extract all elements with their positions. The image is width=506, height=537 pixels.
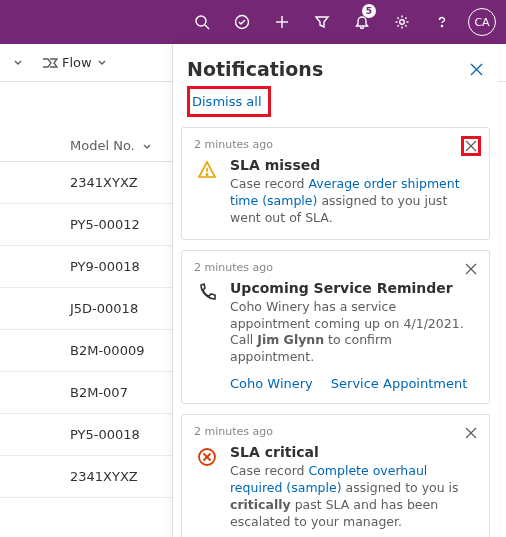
svg-point-0	[196, 16, 206, 26]
notification-card-service-reminder: 2 minutes ago Upcoming Service Reminder …	[181, 250, 490, 405]
cell-model-no: B2M-007	[70, 385, 128, 400]
notification-title: Upcoming Service Reminder	[230, 280, 477, 296]
svg-line-1	[205, 25, 209, 29]
error-icon	[194, 444, 220, 531]
dismiss-notification-button[interactable]	[461, 136, 481, 156]
action-link-coho-winery[interactable]: Coho Winery	[230, 376, 313, 391]
table-row[interactable]: B2M-007	[0, 372, 172, 414]
table-row[interactable]: 2341XYXZ	[0, 162, 172, 204]
help-icon	[434, 14, 450, 30]
phone-icon	[194, 280, 220, 392]
svg-point-6	[441, 25, 442, 26]
close-icon	[465, 140, 477, 152]
flow-button[interactable]: Flow	[38, 51, 112, 74]
svg-point-5	[400, 20, 405, 25]
table-row[interactable]: J5D-00018	[0, 288, 172, 330]
warning-icon	[194, 157, 220, 227]
chevron-down-icon	[96, 57, 108, 69]
action-link-service-appointment[interactable]: Service Appointment	[331, 376, 467, 391]
table-row[interactable]: PY5-00018	[0, 414, 172, 456]
dismiss-all-button[interactable]: Dismiss all	[187, 86, 271, 117]
close-icon	[469, 62, 484, 77]
chevron-down-icon	[141, 141, 153, 153]
cell-model-no: 2341XYXZ	[70, 469, 138, 484]
add-button[interactable]	[262, 0, 302, 44]
dismiss-notification-button[interactable]	[461, 259, 481, 279]
app-header: 5 CA	[0, 0, 506, 44]
cell-model-no: PY5-00018	[70, 427, 140, 442]
cell-model-no: PY5-00012	[70, 217, 140, 232]
close-icon	[465, 427, 477, 439]
notifications-badge: 5	[362, 4, 376, 18]
cell-model-no: 2341XYXZ	[70, 175, 138, 190]
cell-model-no: B2M-00009	[70, 343, 144, 358]
notifications-button[interactable]: 5	[342, 0, 382, 44]
dismiss-notification-button[interactable]	[461, 423, 481, 443]
notification-message: Coho Winery has a service appointment co…	[230, 299, 477, 367]
notification-list: 2 minutes ago SLA missed Case record Ave…	[173, 127, 498, 537]
notification-title: SLA missed	[230, 157, 477, 173]
notification-timestamp: 2 minutes ago	[194, 138, 477, 151]
svg-point-12	[206, 174, 207, 175]
chevron-down-icon	[12, 57, 24, 69]
funnel-icon	[314, 14, 330, 30]
notification-message: Case record Complete overhaul required (…	[230, 463, 477, 531]
panel-header: Notifications	[173, 44, 498, 86]
flow-label: Flow	[62, 55, 92, 70]
cell-model-no: J5D-00018	[70, 301, 138, 316]
flow-icon	[42, 56, 58, 70]
task-icon	[234, 14, 250, 30]
close-icon	[465, 263, 477, 275]
task-button[interactable]	[222, 0, 262, 44]
svg-point-2	[236, 16, 249, 29]
notifications-panel: Notifications Dismiss all 2 minutes ago …	[172, 44, 498, 537]
notification-timestamp: 2 minutes ago	[194, 425, 477, 438]
plus-icon	[274, 14, 290, 30]
search-button[interactable]	[182, 0, 222, 44]
notification-card-sla-missed: 2 minutes ago SLA missed Case record Ave…	[181, 127, 490, 240]
back-button[interactable]	[8, 53, 28, 73]
notification-message: Case record Average order shipment time …	[230, 176, 477, 227]
table-row[interactable]: B2M-00009	[0, 330, 172, 372]
person-name: Jim Glynn	[257, 332, 324, 347]
column-header-label: Model No.	[70, 138, 135, 153]
avatar[interactable]: CA	[468, 8, 496, 36]
gear-icon	[394, 14, 410, 30]
cell-model-no: PY9-00018	[70, 259, 140, 274]
notification-card-sla-critical: 2 minutes ago SLA critical Case record C…	[181, 414, 490, 537]
table-row[interactable]: 2341XYXZ	[0, 456, 172, 498]
panel-title: Notifications	[187, 58, 323, 80]
data-grid: Model No. 2341XYXZ PY5-00012 PY9-00018 J…	[0, 82, 172, 498]
filter-button[interactable]	[302, 0, 342, 44]
help-button[interactable]	[422, 0, 462, 44]
settings-button[interactable]	[382, 0, 422, 44]
notification-title: SLA critical	[230, 444, 477, 460]
table-row[interactable]: PY9-00018	[0, 246, 172, 288]
table-row[interactable]: PY5-00012	[0, 204, 172, 246]
column-header-model-no[interactable]: Model No.	[0, 82, 172, 162]
notification-timestamp: 2 minutes ago	[194, 261, 477, 274]
panel-close-button[interactable]	[469, 62, 484, 77]
search-icon	[194, 14, 210, 30]
